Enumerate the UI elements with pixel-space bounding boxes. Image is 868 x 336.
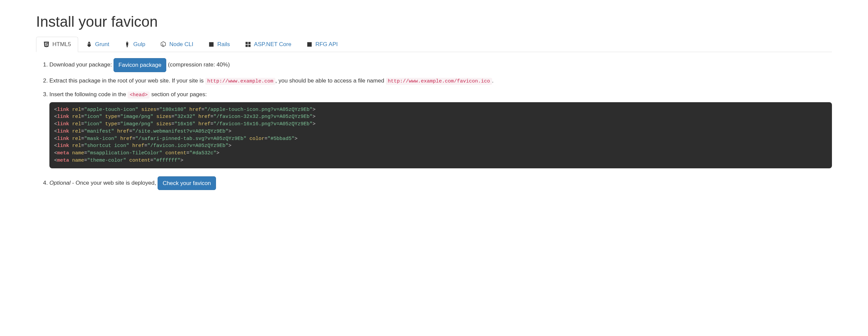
example-favicon-url: http://www.example.com/favicon.ico bbox=[386, 78, 492, 85]
svg-rect-2 bbox=[245, 45, 248, 47]
tab-label: Grunt bbox=[95, 41, 110, 48]
html5-icon bbox=[43, 41, 50, 48]
tab-label: Gulp bbox=[133, 41, 145, 48]
windows-icon bbox=[245, 41, 251, 48]
svg-rect-0 bbox=[245, 42, 248, 44]
tab-list: HTML5 Grunt Gulp Node CLI bbox=[36, 37, 832, 52]
example-url: http://www.example.com bbox=[205, 78, 275, 85]
tab-label: Node CLI bbox=[169, 41, 193, 48]
step-text: Insert the following code in the bbox=[50, 91, 127, 97]
tab-grunt[interactable]: Grunt bbox=[79, 37, 117, 52]
step-extract: Extract this package in the root of your… bbox=[50, 76, 832, 86]
step-text: - Once your web site is deployed, bbox=[70, 180, 158, 186]
tab-html5[interactable]: HTML5 bbox=[36, 37, 78, 52]
head-tag-code: <head> bbox=[127, 92, 150, 98]
step-insert-code: Insert the following code in the <head> … bbox=[50, 90, 832, 168]
tab-label: Rails bbox=[217, 41, 230, 48]
favicon-package-button[interactable]: Favicon package bbox=[114, 58, 166, 72]
step-text: . bbox=[492, 78, 494, 84]
step-text: , you should be able to access a file na… bbox=[275, 78, 386, 84]
svg-rect-1 bbox=[248, 42, 251, 44]
instruction-steps: Download your package: Favicon package (… bbox=[36, 58, 832, 190]
step-download: Download your package: Favicon package (… bbox=[50, 58, 832, 72]
head-code-block[interactable]: <link rel="apple-touch-icon" sizes="180x… bbox=[50, 102, 832, 168]
tab-label: RFG API bbox=[315, 41, 338, 48]
rails-icon bbox=[208, 41, 215, 48]
tab-aspnet[interactable]: ASP.NET Core bbox=[238, 37, 299, 52]
tab-gulp[interactable]: Gulp bbox=[117, 37, 152, 52]
step-check: Optional - Once your web site is deploye… bbox=[50, 176, 832, 190]
rfg-api-icon bbox=[306, 41, 313, 48]
check-favicon-button[interactable]: Check your favicon bbox=[158, 176, 216, 190]
grunt-icon bbox=[86, 41, 92, 48]
step-text: Download your package: bbox=[50, 61, 114, 68]
page-title: Install your favicon bbox=[36, 13, 832, 30]
tab-node-cli[interactable]: Node CLI bbox=[153, 37, 200, 52]
tab-label: ASP.NET Core bbox=[254, 41, 291, 48]
step-text: Extract this package in the root of your… bbox=[50, 78, 205, 84]
optional-label: Optional bbox=[50, 180, 70, 186]
compression-rate: (compression rate: 40%) bbox=[168, 61, 230, 68]
svg-rect-3 bbox=[248, 45, 251, 47]
tab-rfg-api[interactable]: RFG API bbox=[299, 37, 345, 52]
tab-label: HTML5 bbox=[53, 41, 71, 48]
nodejs-icon bbox=[160, 41, 166, 48]
gulp-icon bbox=[124, 41, 130, 48]
tab-rails[interactable]: Rails bbox=[201, 37, 237, 52]
step-text: section of your pages: bbox=[151, 91, 207, 97]
